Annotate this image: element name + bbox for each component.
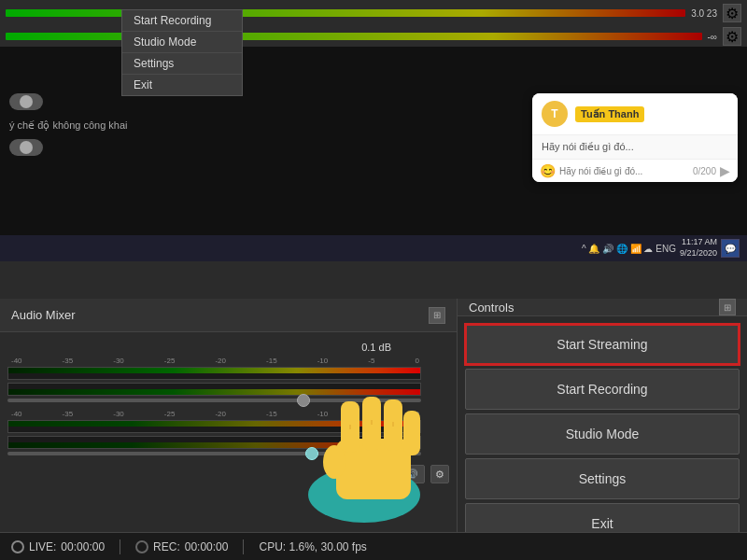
fader-thumb-1[interactable] [297, 394, 310, 407]
menu-item-exit[interactable]: Exit [122, 75, 242, 95]
settings-button[interactable]: Settings [465, 458, 740, 499]
level-fill-2 [8, 421, 420, 427]
mixer-content: 0.1 dB -40 -35 -30 -25 -20 -15 -10 -5 0 [0, 332, 457, 532]
chat-popup: T Tuấn Thanh Hãy nói điều gì đó... 😊 0/2… [532, 93, 738, 182]
menu-item-studio-mode[interactable]: Studio Mode [122, 32, 242, 53]
chat-send-button[interactable]: ▶ [720, 163, 730, 178]
second-audio-bar: -∞ ⚙ [0, 26, 747, 47]
chat-input-area: 😊 0/200 ▶ [532, 159, 738, 182]
mute-icon: 🔇 [374, 469, 387, 481]
menu-item-settings[interactable]: Settings [122, 53, 242, 75]
volume-button[interactable]: 🔊 [399, 465, 425, 483]
windows-taskbar: ^ 🔔 🔊 🌐 📶 ☁ ENG 11:17 AM 9/21/2020 💬 [0, 235, 747, 261]
taskbar-time: 11:17 AM 9/21/2020 [680, 237, 717, 259]
toggle-1[interactable] [9, 93, 43, 110]
audio-mixer-title: Audio Mixer [11, 308, 76, 322]
audio-mixer-expand[interactable]: ⊞ [429, 307, 445, 324]
live-indicator [11, 540, 24, 553]
audio-mixer-header: Audio Mixer ⊞ [0, 299, 457, 332]
live-label: LIVE: [29, 540, 56, 553]
tray-icons: ^ 🔔 🔊 🌐 📶 ☁ ENG [582, 244, 676, 254]
chat-counter: 0/200 [693, 166, 716, 176]
fader-track-2[interactable] [7, 452, 421, 455]
db-value-bottom: -∞ [708, 32, 717, 42]
level-fill-1b [8, 389, 420, 395]
controls-expand[interactable]: ⊞ [719, 299, 736, 315]
start-streaming-button[interactable]: Start Streaming [465, 324, 740, 365]
cpu-label: CPU: 1.6%, 30.00 fps [259, 540, 366, 553]
menu-item-start-recording[interactable]: Start Recording [122, 10, 242, 32]
chat-header: T Tuấn Thanh [532, 93, 738, 135]
level-fill-2b [8, 442, 420, 448]
scale-ticks: -40 -35 -30 -25 -20 -15 -10 -5 0 [9, 357, 421, 365]
controls-header: Controls ⊞ [458, 299, 747, 316]
audio-level-bar [6, 9, 685, 17]
settings-icon-btn2[interactable]: ⚙ [723, 27, 741, 46]
chat-avatar: T [542, 101, 568, 127]
bottom-section: Audio Mixer ⊞ 0.1 dB -40 -35 -30 -25 -20… [0, 299, 747, 532]
volume-icon: 🔊 [405, 469, 418, 481]
preview-section: 3.0 23 ⚙ -∞ ⚙ Start Recording Studio Mod… [0, 0, 747, 261]
settings-icon-btn[interactable]: ⚙ [723, 4, 741, 22]
level-meter-2b [7, 436, 421, 449]
status-sep-1 [120, 539, 120, 554]
rec-time: 00:00:00 [185, 540, 229, 553]
audio-track-2 [7, 420, 449, 455]
obs-context-menu: Start Recording Studio Mode Settings Exi… [121, 9, 243, 96]
chat-username: Tuấn Thanh [575, 106, 644, 122]
audio-mixer-panel: Audio Mixer ⊞ 0.1 dB -40 -35 -30 -25 -20… [0, 299, 458, 532]
track-controls: 🔇 🔊 ⚙ [7, 463, 449, 485]
obs-window: 3.0 23 ⚙ -∞ ⚙ Start Recording Studio Mod… [0, 0, 747, 560]
gear-icon: ⚙ [435, 469, 444, 481]
level-meter-2 [7, 420, 421, 433]
rec-status: REC: 00:00:00 [135, 540, 228, 553]
status-sep-2 [243, 539, 244, 554]
controls-buttons: Start Streaming Start Recording Studio M… [458, 316, 747, 552]
chat-input[interactable] [559, 166, 689, 176]
chat-message: Hãy nói điều gì đó... [532, 135, 738, 159]
start-recording-button[interactable]: Start Recording [465, 369, 740, 410]
track-gear-button[interactable]: ⚙ [430, 465, 449, 483]
controls-panel: Controls ⊞ Start Streaming Start Recordi… [458, 299, 747, 532]
scale-ticks-2: -40 -35 -30 -25 -20 -15 -10 -5 0 [9, 410, 421, 418]
studio-mode-button[interactable]: Studio Mode [465, 413, 740, 455]
level-meter-1b [7, 383, 421, 396]
mute-button[interactable]: 🔇 [367, 465, 393, 483]
cpu-status: CPU: 1.6%, 30.00 fps [259, 540, 366, 553]
live-time: 00:00:00 [61, 540, 105, 553]
rec-label: REC: [153, 540, 180, 553]
level-indicator-top [6, 9, 685, 17]
level-meter-1 [7, 367, 421, 380]
rec-indicator [135, 540, 148, 553]
controls-title: Controls [469, 301, 514, 315]
fader-track-1[interactable] [7, 399, 421, 402]
db-value-top: 3.0 23 [691, 8, 717, 19]
taskbar-tray: ^ 🔔 🔊 🌐 📶 ☁ ENG 11:17 AM 9/21/2020 💬 [582, 237, 740, 259]
toggle-2[interactable] [9, 139, 43, 156]
fader-row-1 [7, 399, 421, 402]
fader-row-2 [7, 452, 421, 455]
live-status: LIVE: 00:00:00 [11, 540, 105, 553]
fader-thumb-2[interactable] [305, 447, 318, 460]
emoji-button[interactable]: 😊 [540, 163, 556, 178]
preview-top-bar: 3.0 23 ⚙ [0, 0, 747, 26]
audio-track-1 [7, 367, 449, 402]
notification-icon[interactable]: 💬 [721, 239, 740, 258]
preview-area: 3.0 23 ⚙ -∞ ⚙ Start Recording Studio Mod… [0, 0, 747, 261]
status-bar: LIVE: 00:00:00 REC: 00:00:00 CPU: 1.6%, … [0, 532, 747, 560]
level-fill-1 [8, 368, 420, 373]
db-readout: 0.1 dB [361, 342, 391, 353]
